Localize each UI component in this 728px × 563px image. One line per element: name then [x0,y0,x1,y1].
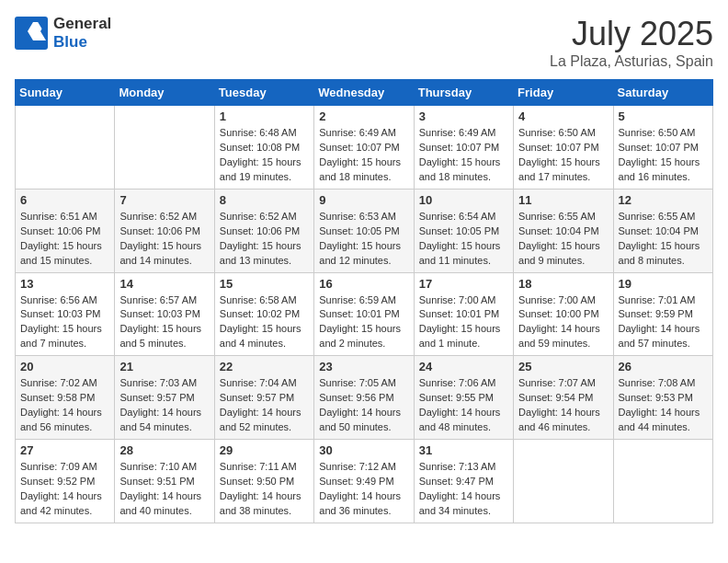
daylight-text: Daylight: 15 hours and 5 minutes. [119,323,201,349]
day-detail: Sunrise: 6:49 AM Sunset: 10:07 PM Daylig… [419,126,508,185]
daylight-text: Daylight: 15 hours and 18 minutes. [319,156,401,182]
calendar-day-cell: 17 Sunrise: 7:00 AM Sunset: 10:01 PM Day… [414,272,513,356]
day-number: 7 [119,193,209,207]
day-detail: Sunrise: 6:57 AM Sunset: 10:03 PM Daylig… [119,293,209,352]
sunrise-text: Sunrise: 6:49 AM [319,127,396,138]
calendar-day-cell: 12 Sunrise: 6:55 AM Sunset: 10:04 PM Day… [613,189,712,272]
day-detail: Sunrise: 7:00 AM Sunset: 10:01 PM Daylig… [419,293,508,352]
calendar-day-cell: 30 Sunrise: 7:12 AM Sunset: 9:49 PM Dayl… [314,440,414,523]
daylight-text: Daylight: 15 hours and 7 minutes. [20,323,102,349]
logo-blue: Blue [53,33,87,51]
sunset-text: Sunset: 9:55 PM [419,392,494,403]
day-number: 1 [220,109,309,123]
sunrise-text: Sunrise: 7:13 AM [419,461,496,472]
daylight-text: Daylight: 15 hours and 9 minutes. [518,240,600,266]
sunrise-text: Sunrise: 6:49 AM [419,127,496,138]
day-detail: Sunrise: 6:50 AM Sunset: 10:07 PM Daylig… [518,126,608,185]
calendar-week-row: 6 Sunrise: 6:51 AM Sunset: 10:06 PM Dayl… [16,189,713,272]
sunset-text: Sunset: 10:06 PM [119,225,199,236]
day-number: 6 [20,193,109,207]
calendar-week-row: 20 Sunrise: 7:02 AM Sunset: 9:58 PM Dayl… [16,356,713,440]
daylight-text: Daylight: 14 hours and 44 minutes. [619,407,700,432]
day-number: 10 [419,193,508,207]
sunset-text: Sunset: 10:00 PM [518,308,598,319]
day-number: 31 [419,443,508,457]
sunset-text: Sunset: 10:04 PM [619,225,699,236]
calendar-day-cell [16,106,115,190]
sunset-text: Sunset: 9:59 PM [619,308,693,319]
sunset-text: Sunset: 9:56 PM [319,392,393,403]
day-detail: Sunrise: 6:51 AM Sunset: 10:06 PM Daylig… [20,210,109,269]
calendar-day-cell: 22 Sunrise: 7:04 AM Sunset: 9:57 PM Dayl… [214,356,313,440]
calendar-day-cell: 25 Sunrise: 7:07 AM Sunset: 9:54 PM Dayl… [514,356,613,440]
daylight-text: Daylight: 15 hours and 12 minutes. [319,240,401,266]
day-detail: Sunrise: 7:04 AM Sunset: 9:57 PM Dayligh… [220,376,309,435]
day-number: 29 [220,443,309,457]
daylight-text: Daylight: 14 hours and 54 minutes. [119,407,201,432]
day-header: Thursday [414,80,513,106]
sunset-text: Sunset: 9:52 PM [20,476,95,487]
calendar-table: SundayMondayTuesdayWednesdayThursdayFrid… [15,79,713,523]
day-header: Saturday [613,80,712,106]
sunrise-text: Sunrise: 6:55 AM [619,211,696,222]
sunrise-text: Sunrise: 6:59 AM [319,294,396,305]
sunrise-text: Sunrise: 7:06 AM [419,377,496,388]
day-detail: Sunrise: 7:01 AM Sunset: 9:59 PM Dayligh… [619,293,708,352]
sunset-text: Sunset: 9:57 PM [220,392,294,403]
calendar-day-cell: 10 Sunrise: 6:54 AM Sunset: 10:05 PM Day… [414,189,513,272]
logo-general: General [53,15,111,32]
calendar-day-cell: 6 Sunrise: 6:51 AM Sunset: 10:06 PM Dayl… [16,189,115,272]
sunrise-text: Sunrise: 6:55 AM [518,211,596,222]
sunset-text: Sunset: 10:07 PM [419,142,499,153]
day-detail: Sunrise: 7:11 AM Sunset: 9:50 PM Dayligh… [220,460,309,519]
sunrise-text: Sunrise: 6:56 AM [20,294,97,305]
calendar-day-cell: 2 Sunrise: 6:49 AM Sunset: 10:07 PM Dayl… [314,106,414,190]
sunrise-text: Sunrise: 6:54 AM [419,211,496,222]
day-number: 8 [220,193,309,207]
sunrise-text: Sunrise: 7:11 AM [220,461,297,472]
calendar-day-cell: 26 Sunrise: 7:08 AM Sunset: 9:53 PM Dayl… [613,356,712,440]
day-detail: Sunrise: 7:09 AM Sunset: 9:52 PM Dayligh… [20,460,109,519]
calendar-day-cell: 8 Sunrise: 6:52 AM Sunset: 10:06 PM Dayl… [214,189,313,272]
sunrise-text: Sunrise: 7:00 AM [419,294,496,305]
calendar-week-row: 27 Sunrise: 7:09 AM Sunset: 9:52 PM Dayl… [16,440,713,523]
sunrise-text: Sunrise: 6:51 AM [20,211,97,222]
daylight-text: Daylight: 14 hours and 40 minutes. [119,490,201,516]
daylight-text: Daylight: 15 hours and 14 minutes. [119,240,201,266]
day-number: 15 [220,277,309,291]
day-header: Friday [514,80,613,106]
sunset-text: Sunset: 10:07 PM [619,142,699,153]
daylight-text: Daylight: 14 hours and 38 minutes. [220,490,301,516]
sunrise-text: Sunrise: 6:52 AM [119,211,197,222]
daylight-text: Daylight: 14 hours and 48 minutes. [419,407,501,432]
calendar-day-cell: 3 Sunrise: 6:49 AM Sunset: 10:07 PM Dayl… [414,106,513,190]
sunset-text: Sunset: 9:54 PM [518,392,593,403]
day-detail: Sunrise: 6:54 AM Sunset: 10:05 PM Daylig… [419,210,508,269]
sunrise-text: Sunrise: 7:12 AM [319,461,396,472]
sunrise-text: Sunrise: 6:57 AM [119,294,197,305]
day-number: 19 [619,277,708,291]
calendar-week-row: 1 Sunrise: 6:48 AM Sunset: 10:08 PM Dayl… [16,106,713,190]
day-detail: Sunrise: 6:49 AM Sunset: 10:07 PM Daylig… [319,126,408,185]
calendar-day-cell: 27 Sunrise: 7:09 AM Sunset: 9:52 PM Dayl… [16,440,115,523]
sunset-text: Sunset: 10:04 PM [518,225,598,236]
day-header: Monday [115,80,214,106]
day-number: 26 [619,360,708,373]
sunrise-text: Sunrise: 6:53 AM [319,211,396,222]
daylight-text: Daylight: 14 hours and 59 minutes. [518,323,600,349]
day-detail: Sunrise: 6:53 AM Sunset: 10:05 PM Daylig… [319,210,408,269]
day-number: 30 [319,443,408,457]
daylight-text: Daylight: 15 hours and 13 minutes. [220,240,301,266]
calendar-day-cell: 1 Sunrise: 6:48 AM Sunset: 10:08 PM Dayl… [214,106,313,190]
sunrise-text: Sunrise: 7:09 AM [20,461,97,472]
sunset-text: Sunset: 9:47 PM [419,476,494,487]
day-detail: Sunrise: 6:58 AM Sunset: 10:02 PM Daylig… [220,293,309,352]
day-number: 2 [319,109,408,123]
calendar-day-cell [115,106,214,190]
day-detail: Sunrise: 6:52 AM Sunset: 10:06 PM Daylig… [119,210,209,269]
sunset-text: Sunset: 10:03 PM [119,308,199,319]
day-number: 25 [518,360,608,373]
calendar-day-cell: 20 Sunrise: 7:02 AM Sunset: 9:58 PM Dayl… [16,356,115,440]
sunset-text: Sunset: 9:50 PM [220,476,294,487]
sunset-text: Sunset: 10:02 PM [220,308,300,319]
